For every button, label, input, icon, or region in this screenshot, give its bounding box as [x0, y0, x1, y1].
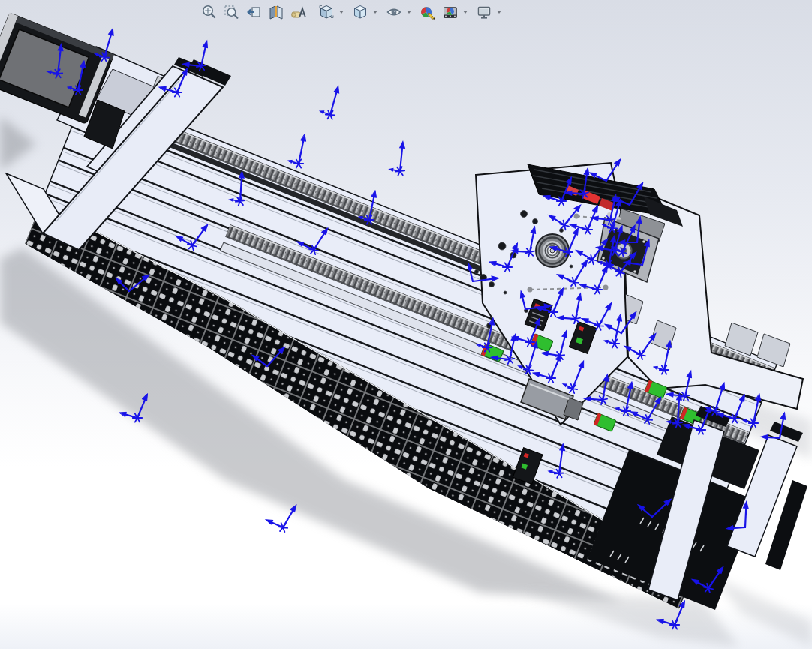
display-style-button[interactable]	[350, 2, 370, 22]
apply-scene-icon	[442, 4, 459, 20]
edit-appearance-icon	[420, 4, 436, 20]
view-orientation-icon	[318, 4, 335, 20]
view-settings-icon	[476, 4, 492, 20]
origin-marker[interactable]	[288, 134, 306, 168]
annotation-views-button[interactable]	[288, 2, 308, 22]
zoom-to-fit-button[interactable]	[198, 2, 218, 22]
display-style-icon	[352, 4, 368, 20]
hide-show-items-icon	[386, 4, 402, 20]
dropdown-caret-icon[interactable]	[497, 11, 501, 14]
viewport-canvas[interactable]	[0, 0, 812, 649]
section-view-button[interactable]	[266, 2, 286, 22]
hide-show-items-button[interactable]	[383, 2, 404, 22]
zoom-to-area-button[interactable]	[221, 2, 241, 22]
origin-marker[interactable]	[320, 85, 340, 119]
previous-view-button[interactable]	[243, 2, 263, 22]
section-view-icon	[268, 4, 284, 20]
edit-appearance-button[interactable]	[417, 2, 438, 22]
origin-marker[interactable]	[386, 141, 408, 176]
dropdown-caret-icon[interactable]	[339, 11, 344, 14]
zoom-to-fit-icon	[200, 4, 217, 20]
dropdown-caret-icon[interactable]	[463, 11, 468, 14]
zoom-to-area-icon	[223, 4, 239, 20]
heads-up-view-toolbar	[198, 2, 505, 22]
dropdown-caret-icon[interactable]	[373, 11, 377, 14]
view-settings-button[interactable]	[474, 2, 494, 22]
previous-view-icon	[245, 4, 262, 20]
assembly-model[interactable]	[0, 0, 812, 649]
view-orientation-button[interactable]	[316, 2, 336, 22]
apply-scene-button[interactable]	[440, 2, 460, 22]
dropdown-caret-icon[interactable]	[407, 11, 411, 14]
annotation-views-icon	[290, 4, 307, 20]
